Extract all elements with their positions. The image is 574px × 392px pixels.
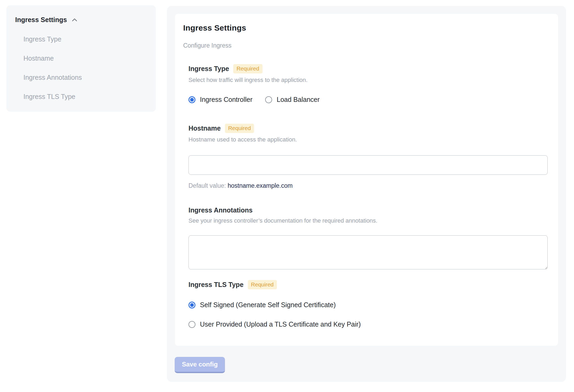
ingress-annotations-helper: See your ingress controller’s documentat…: [188, 217, 547, 224]
hostname-input[interactable]: [188, 155, 548, 175]
required-badge: Required: [248, 280, 277, 289]
radio-selected-icon[interactable]: [188, 96, 195, 103]
sidebar-item-hostname[interactable]: Hostname: [23, 55, 156, 62]
ingress-annotations-textarea[interactable]: [188, 235, 548, 269]
ingress-annotations-field: Ingress Annotations See your ingress con…: [188, 206, 547, 269]
page-subtitle: Configure Ingress: [183, 42, 547, 49]
form-body: Ingress Type Required Select how traffic…: [188, 64, 547, 328]
radio-option-ingress-controller[interactable]: Ingress Controller: [188, 96, 252, 103]
ingress-tls-type-field: Ingress TLS Type Required Self Signed (G…: [188, 280, 547, 328]
ingress-type-helper: Select how traffic will ingress to the a…: [188, 77, 547, 84]
chevron-up-icon: [71, 16, 78, 24]
sidebar-section-title: Ingress Settings: [15, 16, 67, 24]
required-badge: Required: [233, 64, 262, 73]
ingress-tls-type-label: Ingress TLS Type: [188, 281, 244, 289]
radio-option-self-signed[interactable]: Self Signed (Generate Self Signed Certif…: [188, 301, 547, 309]
sidebar-item-ingress-annotations[interactable]: Ingress Annotations: [23, 74, 156, 81]
radio-unselected-icon[interactable]: [188, 321, 195, 328]
radio-label: Load Balancer: [277, 96, 319, 103]
hostname-label: Hostname: [188, 124, 221, 132]
radio-unselected-icon[interactable]: [265, 96, 272, 103]
ingress-type-field: Ingress Type Required Select how traffic…: [188, 64, 547, 103]
ingress-settings-form-card: Ingress Settings Configure Ingress Ingre…: [175, 14, 558, 346]
hostname-helper: Hostname used to access the application.: [188, 136, 547, 143]
sidebar-item-ingress-tls-type[interactable]: Ingress TLS Type: [23, 93, 156, 101]
radio-label: User Provided (Upload a TLS Certificate …: [200, 320, 361, 328]
sidebar-section-toggle[interactable]: Ingress Settings: [15, 16, 156, 24]
sidebar-item-list: Ingress Type Hostname Ingress Annotation…: [23, 35, 156, 101]
radio-selected-icon[interactable]: [188, 302, 195, 308]
ingress-settings-nav-panel: Ingress Settings Ingress Type Hostname I…: [6, 5, 156, 112]
default-value-text: hostname.example.com: [228, 182, 293, 189]
save-config-button[interactable]: Save config: [175, 357, 225, 373]
radio-option-user-provided[interactable]: User Provided (Upload a TLS Certificate …: [188, 320, 547, 328]
radio-label: Ingress Controller: [200, 96, 252, 103]
hostname-field: Hostname Required Hostname used to acces…: [188, 124, 547, 189]
ingress-settings-panel: Ingress Settings Configure Ingress Ingre…: [167, 6, 566, 382]
hostname-default-line: Default value: hostname.example.com: [188, 182, 547, 189]
page-title: Ingress Settings: [183, 23, 547, 32]
sidebar-item-ingress-type[interactable]: Ingress Type: [23, 35, 156, 43]
default-value-label: Default value:: [188, 182, 226, 189]
ingress-type-label: Ingress Type: [188, 65, 229, 73]
required-badge: Required: [225, 124, 254, 133]
radio-option-load-balancer[interactable]: Load Balancer: [265, 96, 319, 103]
ingress-annotations-label: Ingress Annotations: [188, 206, 253, 214]
radio-label: Self Signed (Generate Self Signed Certif…: [200, 301, 336, 309]
ingress-type-radio-group: Ingress Controller Load Balancer: [188, 96, 547, 103]
